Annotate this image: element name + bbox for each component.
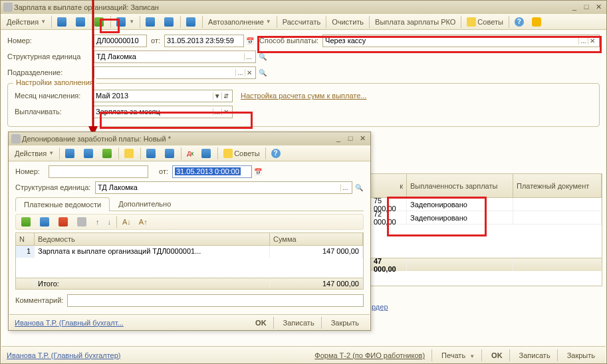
toolbar-icon[interactable] <box>143 147 160 159</box>
tab-additional[interactable]: Дополнительно <box>110 197 180 211</box>
actions-menu[interactable]: Действия▼ <box>3 17 49 27</box>
actions-menu[interactable]: Действия▼ <box>11 148 57 159</box>
toolbar-icon-3[interactable] <box>91 16 108 28</box>
write-button[interactable]: Записать <box>278 317 320 329</box>
ellipsis-icon[interactable]: ... <box>244 53 253 60</box>
calendar-icon[interactable]: 📅 <box>245 37 255 45</box>
table-row[interactable]: 72 000,00 Задепонировано <box>370 211 602 225</box>
delete-icon[interactable] <box>55 216 72 228</box>
calc-settings-link[interactable]: Настройка расчета сумм к выплате... <box>241 92 367 100</box>
form-t2-link[interactable]: Форма Т-2 (по ФИО работников) <box>309 349 430 361</box>
toolbar-icon-5[interactable] <box>142 16 160 28</box>
maximize-button[interactable]: □ <box>581 3 592 12</box>
table-row[interactable]: 1 Зарплата к выплате организаций ТДЛ0000… <box>16 246 363 258</box>
edit-icon[interactable] <box>37 216 54 228</box>
down-icon[interactable]: ↓ <box>104 217 115 227</box>
clear-icon[interactable]: ✕ <box>245 69 253 76</box>
pay-input[interactable]: ... ✕ <box>93 106 233 118</box>
close-button[interactable]: ✕ <box>593 3 604 12</box>
dropdown-icon[interactable]: ▼ <box>213 92 221 100</box>
search-icon[interactable]: 🔍 <box>257 53 267 60</box>
col-doc: Ведомость <box>35 233 270 245</box>
payout-rko-button[interactable]: Выплата зарплаты РКО <box>372 17 459 27</box>
mini-toolbar: ↑ ↓ A↓ A↑ <box>15 214 364 230</box>
info-icon[interactable] <box>529 16 546 28</box>
comment-input[interactable] <box>67 294 364 307</box>
search-icon[interactable]: 🔍 <box>354 184 364 191</box>
unit-input[interactable]: ... <box>95 181 352 194</box>
tips-button[interactable]: Советы <box>463 16 506 28</box>
close-button[interactable]: Закрыть <box>562 349 600 361</box>
toolbar-icon[interactable] <box>121 147 138 159</box>
number-input[interactable] <box>94 35 147 47</box>
ok-button[interactable]: OK <box>250 317 272 329</box>
month-input[interactable]: ▼ ⇵ <box>93 90 233 102</box>
clear-icon[interactable]: ✕ <box>221 108 230 116</box>
calc-button[interactable]: Рассчитать <box>279 17 324 27</box>
help-button[interactable]: ? <box>268 147 284 159</box>
col-doc: Платежный документ <box>513 174 602 197</box>
order-link[interactable]: рдер <box>372 303 388 311</box>
add-icon[interactable] <box>18 216 35 228</box>
toolbar-icon[interactable] <box>80 147 98 159</box>
clear-button[interactable]: Очистить <box>328 17 367 27</box>
sub-window: Депонирование заработной платы: Новый * … <box>8 132 371 331</box>
write-button[interactable]: Записать <box>514 349 556 361</box>
close-button[interactable]: ✕ <box>357 134 368 143</box>
minimize-button[interactable]: _ <box>333 134 344 143</box>
main-title: Зарплата к выплате организаций: Записан <box>14 3 159 11</box>
autofill-menu[interactable]: Автозаполнение▼ <box>205 17 275 27</box>
toolbar-icon-1[interactable] <box>54 16 71 28</box>
ellipsis-icon[interactable]: ... <box>235 69 244 76</box>
method-label: Способ выплаты: <box>259 37 322 45</box>
sub-statusbar: Иванова Т.Р. (Главный бухгалт... OK Запи… <box>9 314 370 330</box>
ellipsis-icon[interactable]: ... <box>340 184 350 191</box>
method-input[interactable]: ... ✕ <box>322 35 600 47</box>
total-sum: 147 000,00 <box>270 278 363 289</box>
sub-form: Номер: от: 31.05.2013 0:00:00 📅 Структур… <box>9 161 370 313</box>
sub-table: N Ведомость Сумма 1 Зарплата к выплате о… <box>15 232 364 290</box>
main-titlebar: Зарплата к выплате организаций: Записан … <box>1 1 606 14</box>
tab-payments[interactable]: Платежные ведомости <box>15 197 110 211</box>
fill-settings-group: Настройки заполнения Месяц начисления: ▼… <box>7 83 600 127</box>
main-toolbar: Действия▼ ▼ Автозаполнение▼ Рассчитать О… <box>1 14 606 30</box>
toolbar-icon[interactable] <box>74 216 91 228</box>
toolbar-icon-7[interactable] <box>183 16 200 28</box>
sort-asc-icon[interactable]: A↓ <box>119 217 134 227</box>
toolbar-icon-4[interactable]: ▼ <box>113 16 138 28</box>
toolbar-icon[interactable] <box>62 147 79 159</box>
toolbar-icon-6[interactable] <box>161 16 178 28</box>
unit-label: Структурная единица <box>7 52 94 60</box>
date-input[interactable]: 31.05.2013 0:00:00 <box>172 165 252 178</box>
calendar-icon[interactable]: 📅 <box>253 168 263 175</box>
sort-desc-icon[interactable]: A↑ <box>136 217 151 227</box>
number-input[interactable] <box>49 165 148 178</box>
ok-button[interactable]: OK <box>486 349 508 361</box>
minimize-button[interactable]: _ <box>569 3 580 12</box>
dept-input[interactable]: ... ✕ <box>94 66 256 79</box>
toolbar-icon[interactable] <box>198 147 215 159</box>
unit-input[interactable]: ... <box>94 50 256 63</box>
ellipsis-icon[interactable]: ... <box>578 37 588 45</box>
spinner-icon[interactable]: ⇵ <box>221 92 230 100</box>
help-button[interactable]: ? <box>511 16 527 28</box>
date-input[interactable] <box>164 35 244 47</box>
number-label: Номер: <box>7 37 94 45</box>
up-icon[interactable]: ↑ <box>92 217 103 227</box>
user-link[interactable]: Иванова Т.Р. (Главный бухгалтер) <box>7 351 121 359</box>
search-icon[interactable]: 🔍 <box>257 69 267 76</box>
toolbar-icon-2[interactable] <box>72 16 90 28</box>
close-button[interactable]: Закрыть <box>326 317 364 329</box>
print-button[interactable]: Печать ▼ <box>436 349 480 361</box>
toolbar-dk-icon[interactable]: Дк <box>183 149 197 158</box>
from-label: от: <box>159 167 172 175</box>
sub-title: Депонирование заработной платы: Новый * <box>22 135 171 143</box>
clear-icon[interactable]: ✕ <box>588 37 597 45</box>
table-row[interactable]: 75 000,00 Задепонировано <box>370 198 602 211</box>
user-link[interactable]: Иванова Т.Р. (Главный бухгалт... <box>15 319 124 327</box>
toolbar-icon[interactable] <box>99 147 116 159</box>
ellipsis-icon[interactable]: ... <box>213 108 221 116</box>
maximize-button[interactable]: □ <box>345 134 356 143</box>
tips-button[interactable]: Советы <box>220 147 263 159</box>
toolbar-icon[interactable] <box>162 147 179 159</box>
